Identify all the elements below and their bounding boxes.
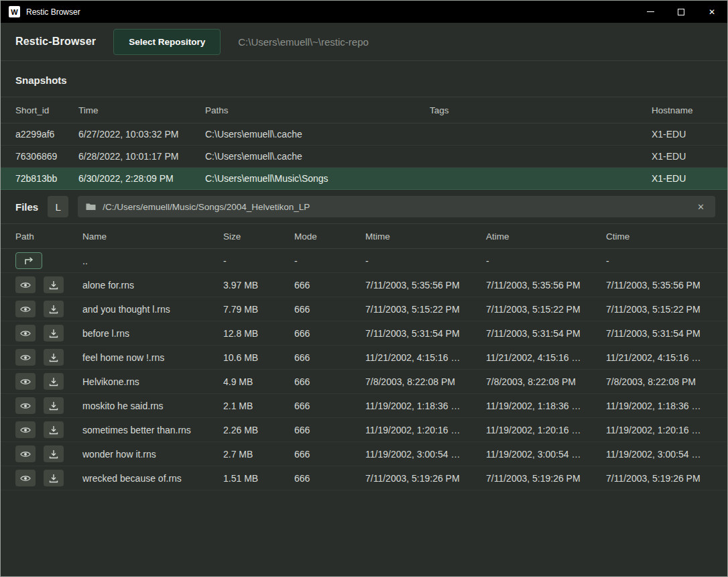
file-row[interactable]: and you thought l.rns 7.79 MB 666 7/11/2… xyxy=(1,297,727,321)
download-button[interactable] xyxy=(44,445,64,462)
preview-button[interactable] xyxy=(15,470,36,486)
window-controls: ✕ xyxy=(635,1,727,23)
files-bar: Files L /C:/Users/emuell/Music/Songs/200… xyxy=(1,190,727,223)
preview-button[interactable] xyxy=(15,421,36,438)
file-row[interactable]: sometimes better than.rns 2.26 MB 666 11… xyxy=(1,418,727,442)
file-ctime: 11/19/2002, 1:20:16 … xyxy=(606,425,713,435)
snapshot-paths: C:\Users\emuell\.cache xyxy=(205,129,430,140)
snapshot-short-id: a2299af6 xyxy=(15,129,78,140)
preview-button[interactable] xyxy=(15,397,36,414)
file-name: feel home now !.rns xyxy=(82,352,223,363)
download-icon xyxy=(49,425,58,435)
download-button[interactable] xyxy=(44,349,64,366)
file-mtime: 11/21/2002, 4:15:16 … xyxy=(365,352,486,363)
file-name: sometimes better than.rns xyxy=(82,425,223,435)
eye-icon xyxy=(20,305,31,313)
preview-button[interactable] xyxy=(15,276,36,293)
snapshots-table: a2299af6 6/27/2022, 10:03:32 PM C:\Users… xyxy=(1,123,727,190)
eye-icon xyxy=(20,354,31,362)
preview-button[interactable] xyxy=(15,349,36,366)
snapshot-hostname: X1-EDU xyxy=(652,151,713,162)
file-mode: 666 xyxy=(294,304,365,315)
app-logo-icon: W xyxy=(9,6,20,17)
download-button[interactable] xyxy=(44,373,64,390)
up-arrow-icon xyxy=(23,257,34,265)
download-button[interactable] xyxy=(44,276,64,293)
file-size: 12.8 MB xyxy=(223,328,294,339)
download-button[interactable] xyxy=(44,301,64,317)
snapshot-short-id: 76306869 xyxy=(15,151,78,162)
column-name: Name xyxy=(82,231,223,242)
clear-path-button[interactable]: ✕ xyxy=(694,201,707,213)
file-mode: 666 xyxy=(294,352,365,363)
file-size: 3.97 MB xyxy=(223,280,294,291)
download-icon xyxy=(49,401,58,411)
snapshots-header-row: Short_id Time Paths Tags Hostname xyxy=(1,97,727,123)
snapshot-paths: C:\Users\emuell\.cache xyxy=(205,151,430,162)
snapshot-hostname: X1-EDU xyxy=(652,173,713,184)
column-size: Size xyxy=(223,231,294,242)
file-ctime: - xyxy=(606,256,713,266)
file-atime: 11/19/2002, 1:20:16 … xyxy=(486,425,606,435)
eye-icon xyxy=(20,378,31,386)
file-row[interactable]: before l.rns 12.8 MB 666 7/11/2003, 5:31… xyxy=(1,321,727,346)
file-mtime: 11/19/2002, 3:00:54 … xyxy=(365,449,486,460)
current-path-bar: /C:/Users/emuell/Music/Songs/2004_Helvet… xyxy=(78,196,715,217)
repository-path: C:\Users\emuell\~\restic-repo xyxy=(238,36,369,48)
download-button[interactable] xyxy=(44,470,64,486)
select-repository-button[interactable]: Select Repository xyxy=(113,29,221,55)
file-mtime: 7/11/2003, 5:35:56 PM xyxy=(365,280,486,291)
preview-button[interactable] xyxy=(15,373,36,390)
file-name: alone for.rns xyxy=(82,280,223,291)
snapshot-row[interactable]: 72b813bb 6/30/2022, 2:28:09 PM C:\Users\… xyxy=(1,168,727,190)
eye-icon xyxy=(20,450,31,458)
file-row[interactable]: wonder how it.rns 2.7 MB 666 11/19/2002,… xyxy=(1,442,727,466)
snapshot-row[interactable]: a2299af6 6/27/2022, 10:03:32 PM C:\Users… xyxy=(1,123,727,146)
titlebar: W Restic Browser ✕ xyxy=(1,1,727,23)
parent-dir-row[interactable]: .. - - - - - xyxy=(1,249,727,273)
file-row[interactable]: Helvikone.rns 4.9 MB 666 7/8/2003, 8:22:… xyxy=(1,370,727,394)
file-size: 2.1 MB xyxy=(223,401,294,411)
file-ctime: 7/11/2003, 5:19:26 PM xyxy=(606,473,713,484)
file-mtime: 7/8/2003, 8:22:08 PM xyxy=(365,376,486,387)
snapshots-title: Snapshots xyxy=(15,74,713,86)
file-name: before l.rns xyxy=(82,328,223,339)
eye-icon xyxy=(20,281,31,289)
file-ctime: 11/21/2002, 4:15:16 … xyxy=(606,352,713,363)
download-button[interactable] xyxy=(44,421,64,438)
column-short-id: Short_id xyxy=(15,105,78,115)
file-row[interactable]: wrecked because of.rns 1.51 MB 666 7/11/… xyxy=(1,466,727,490)
preview-button[interactable] xyxy=(15,301,36,317)
eye-icon xyxy=(20,474,31,482)
file-mode: 666 xyxy=(294,376,365,387)
download-button[interactable] xyxy=(44,325,64,342)
file-ctime: 7/11/2003, 5:35:56 PM xyxy=(606,280,713,291)
snapshot-row[interactable]: 76306869 6/28/2022, 10:01:17 PM C:\Users… xyxy=(1,146,727,168)
download-icon xyxy=(49,305,58,314)
file-row[interactable]: moskito he said.rns 2.1 MB 666 11/19/200… xyxy=(1,394,727,418)
file-atime: - xyxy=(486,256,606,266)
header: Restic-Browser Select Repository C:\User… xyxy=(1,23,727,61)
file-atime: 11/21/2002, 4:15:16 … xyxy=(486,352,606,363)
snapshot-time: 6/30/2022, 2:28:09 PM xyxy=(78,173,205,184)
file-mode: 666 xyxy=(294,328,365,339)
tree-toggle-button[interactable]: L xyxy=(48,196,68,217)
close-button[interactable]: ✕ xyxy=(696,1,727,23)
preview-button[interactable] xyxy=(15,445,36,462)
eye-icon xyxy=(20,426,31,434)
file-row[interactable]: feel home now !.rns 10.6 MB 666 11/21/20… xyxy=(1,346,727,370)
go-up-button[interactable] xyxy=(15,252,42,269)
file-row[interactable]: alone for.rns 3.97 MB 666 7/11/2003, 5:3… xyxy=(1,273,727,297)
file-ctime: 7/11/2003, 5:15:22 PM xyxy=(606,304,713,315)
file-name: moskito he said.rns xyxy=(82,401,223,411)
column-paths: Paths xyxy=(205,105,430,115)
file-mtime: 7/11/2003, 5:15:22 PM xyxy=(365,304,486,315)
file-mtime: 11/19/2002, 1:20:16 … xyxy=(365,425,486,435)
maximize-button[interactable] xyxy=(666,1,696,23)
preview-button[interactable] xyxy=(15,325,36,342)
file-mtime: 7/11/2003, 5:31:54 PM xyxy=(365,328,486,339)
snapshot-paths: C:\Users\emuell\Music\Songs xyxy=(205,173,430,184)
minimize-button[interactable] xyxy=(635,1,666,23)
download-button[interactable] xyxy=(44,397,64,414)
snapshot-hostname: X1-EDU xyxy=(652,129,713,140)
